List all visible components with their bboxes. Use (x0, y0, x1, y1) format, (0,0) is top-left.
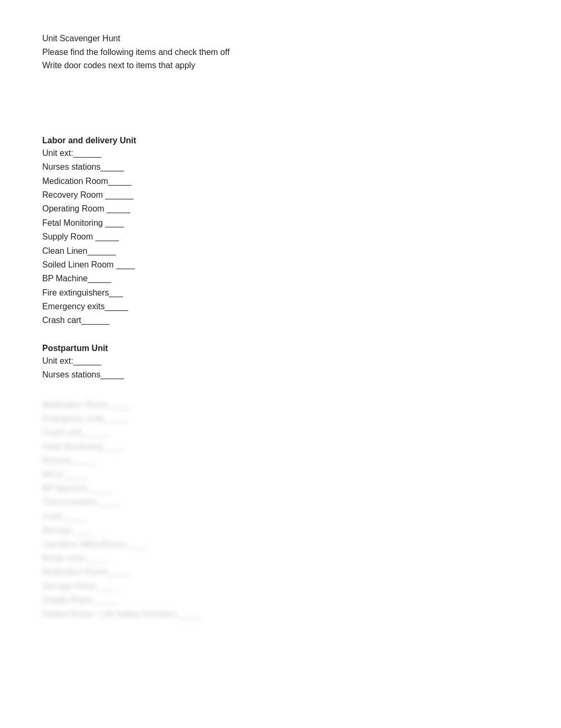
list-item: Medication Room_____ (42, 565, 519, 579)
list-item: Fire extinguishers___ (42, 286, 519, 300)
list-item: Nurses stations_____ (42, 160, 519, 174)
list-item: BP Machine_____ (42, 272, 519, 285)
list-item: Supply Room_____ (42, 593, 519, 607)
list-item: Storage Room_____ (42, 579, 519, 593)
list-item: Patient Room / Life Safety Numbers_____ (42, 607, 519, 621)
blurred-section: Medication Room_____Emergency exits_____… (42, 398, 519, 621)
list-item: Linen_____ (42, 510, 519, 523)
list-item: Fetal Monitoring ____ (42, 440, 519, 454)
list-item: Lactation Office/Room_____ (42, 538, 519, 551)
list-item: Medication Room_____ (42, 398, 519, 412)
labor-section: Labor and delivery Unit Unit ext:______N… (42, 136, 519, 328)
list-item: Medication Room_____ (42, 174, 519, 188)
list-item: Thermometers_____ (42, 495, 519, 509)
list-item: Fetal Monitoring ____ (42, 216, 519, 230)
blurred-items-list: Medication Room_____Emergency exits_____… (42, 398, 519, 621)
list-item: NICU_____ (42, 468, 519, 482)
list-item: BP Machine_____ (42, 482, 519, 495)
list-item: Emergency exits_____ (42, 412, 519, 426)
list-item: Supply Room _____ (42, 230, 519, 244)
list-item: Nursery_____ (42, 454, 519, 467)
labor-section-title: Labor and delivery Unit (42, 136, 519, 145)
header-line2: Please find the following items and chec… (42, 45, 519, 59)
list-item: Recovery Room ______ (42, 188, 519, 202)
header-section: Unit Scavenger Hunt Please find the foll… (42, 32, 519, 72)
list-item: Storage_____ (42, 523, 519, 537)
list-item: Unit ext:______ (42, 146, 519, 160)
header-line3: Write door codes next to items that appl… (42, 59, 519, 72)
list-item: Break room_____ (42, 551, 519, 565)
postpartum-items-list: Unit ext:______Nurses stations_____ (42, 354, 519, 382)
postpartum-section-title: Postpartum Unit (42, 344, 519, 353)
list-item: Emergency exits_____ (42, 300, 519, 314)
list-item: Crash cart______ (42, 426, 519, 439)
list-item: Clean Linen______ (42, 244, 519, 258)
postpartum-section: Postpartum Unit Unit ext:______Nurses st… (42, 344, 519, 382)
list-item: Nurses stations_____ (42, 368, 519, 382)
header-title: Unit Scavenger Hunt (42, 32, 519, 45)
labor-items-list: Unit ext:______Nurses stations_____Medic… (42, 146, 519, 328)
list-item: Crash cart______ (42, 314, 519, 327)
list-item: Soiled Linen Room ____ (42, 258, 519, 272)
list-item: Unit ext:______ (42, 354, 519, 368)
list-item: Operating Room _____ (42, 202, 519, 216)
